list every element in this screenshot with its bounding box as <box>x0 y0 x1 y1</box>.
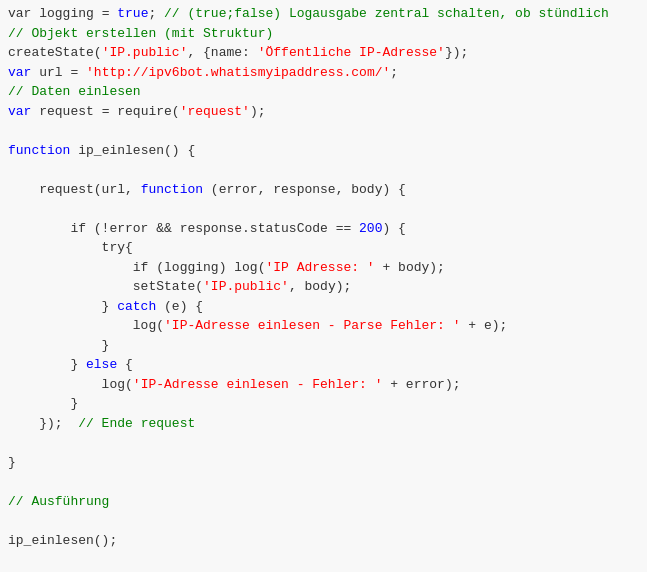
code-line-28: ip_einlesen(); <box>0 531 647 551</box>
code-line-15: setState('IP.public', body); <box>0 277 647 297</box>
code-line-4: var url = 'http://ipv6bot.whatismyipaddr… <box>0 63 647 83</box>
code-line-8: function ip_einlesen() { <box>0 141 647 161</box>
code-line-26: // Ausführung <box>0 492 647 512</box>
code-line-25 <box>0 472 647 492</box>
code-line-24: } <box>0 453 647 473</box>
code-line-11 <box>0 199 647 219</box>
code-line-17: log('IP-Adresse einlesen - Parse Fehler:… <box>0 316 647 336</box>
code-editor: var logging = true; // (true;false) Loga… <box>0 0 647 572</box>
code-line-12: if (!error && response.statusCode == 200… <box>0 219 647 239</box>
code-line-2: // Objekt erstellen (mit Struktur) <box>0 24 647 44</box>
code-line-3: createState('IP.public', {name: 'Öffentl… <box>0 43 647 63</box>
code-line-19: } else { <box>0 355 647 375</box>
code-line-13: try{ <box>0 238 647 258</box>
code-line-10: request(url, function (error, response, … <box>0 180 647 200</box>
code-line-6: var request = require('request'); <box>0 102 647 122</box>
code-line-7 <box>0 121 647 141</box>
code-line-21: } <box>0 394 647 414</box>
code-line-18: } <box>0 336 647 356</box>
code-line-23 <box>0 433 647 453</box>
code-line-14: if (logging) log('IP Adresse: ' + body); <box>0 258 647 278</box>
code-line-16: } catch (e) { <box>0 297 647 317</box>
code-line-1: var logging = true; // (true;false) Loga… <box>0 4 647 24</box>
code-line-27 <box>0 511 647 531</box>
code-line-22: }); // Ende request <box>0 414 647 434</box>
code-line-20: log('IP-Adresse einlesen - Fehler: ' + e… <box>0 375 647 395</box>
code-line-29 <box>0 550 647 570</box>
code-line-5: // Daten einlesen <box>0 82 647 102</box>
code-line-9 <box>0 160 647 180</box>
